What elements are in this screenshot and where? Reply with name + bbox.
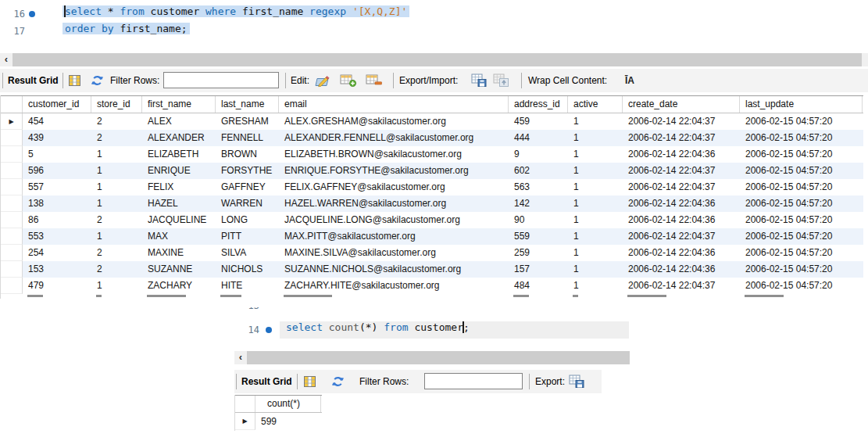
cell-lastname[interactable]: LONG	[216, 212, 279, 228]
row-selector[interactable]	[1, 130, 23, 146]
cell-addressid[interactable]: 563	[509, 179, 568, 195]
grid-view-icon[interactable]	[303, 375, 316, 389]
table-row[interactable]: ▶599	[235, 413, 322, 430]
export-recordset-icon[interactable]	[471, 74, 488, 88]
editor-line-16[interactable]: 16select * from customer where first_nam…	[0, 5, 868, 23]
cell-customerid[interactable]: 86	[23, 212, 91, 228]
row-selector[interactable]: ▶	[235, 413, 255, 430]
horizontal-scrollbar-top[interactable]: ‹	[0, 53, 868, 66]
scroll-left-arrow-icon[interactable]: ‹	[0, 53, 13, 66]
column-header-count[interactable]: count(*)	[255, 396, 321, 412]
cell-addressid[interactable]: 484	[509, 278, 568, 294]
cell-storeid[interactable]: 2	[91, 212, 142, 228]
cell-storeid[interactable]: 1	[91, 278, 142, 294]
cell-lastupdate[interactable]: 2006-02-15 04:57:20	[740, 228, 863, 245]
table-row[interactable]: 4791ZACHARYHITEZACHARY.HITE@sakilacustom…	[1, 278, 863, 294]
editor-line-14[interactable]: 14select count(*) from customer;	[234, 321, 634, 339]
table-row[interactable]: 5961ENRIQUEFORSYTHEENRIQUE.FORSYTHE@saki…	[1, 163, 863, 179]
row-selector[interactable]	[1, 179, 23, 195]
cell-email[interactable]: JACQUELINE.LONG@sakilacustomer.org	[279, 212, 509, 228]
cell-lastupdate[interactable]: 2006-02-15 04:57:20	[740, 163, 863, 179]
cell-lastname[interactable]: PITT	[216, 228, 279, 245]
cell-createdate[interactable]: 2006-02-14 22:04:36	[623, 146, 740, 163]
horizontal-scrollbar-bottom[interactable]: ‹	[234, 351, 630, 364]
cell-lastupdate[interactable]: 2006-02-15 04:57:20	[740, 179, 863, 195]
column-header-firstname[interactable]: first_name	[142, 96, 216, 113]
editor-line-15[interactable]: 15	[0, 0, 868, 5]
row-selector[interactable]	[1, 212, 23, 228]
cell-firstname[interactable]: ALEX	[142, 113, 216, 130]
cell-customerid[interactable]: 254	[23, 245, 91, 261]
cell-customerid[interactable]: 439	[23, 130, 91, 146]
scrollbar-thumb[interactable]	[13, 53, 862, 66]
import-records-icon[interactable]	[493, 74, 510, 88]
cell-lastupdate[interactable]: 2006-02-15 04:57:20	[740, 113, 863, 130]
cell-createdate[interactable]: 2006-02-14 22:04:37	[623, 113, 740, 130]
column-header-customerid[interactable]: customer_id	[23, 96, 91, 113]
cell-active[interactable]: 1	[568, 228, 623, 245]
cell-customerid[interactable]: 5	[23, 146, 91, 163]
row-selector[interactable]	[1, 261, 23, 278]
cell-lastupdate[interactable]: 2006-02-15 04:57:20	[740, 212, 863, 228]
row-selector[interactable]	[1, 195, 23, 212]
cell-email[interactable]: MAX.PITT@sakilacustomer.org	[279, 228, 509, 245]
editor-line-13[interactable]: 13	[234, 307, 634, 314]
cell-lastname[interactable]: FENNELL	[216, 130, 279, 146]
cell-addressid[interactable]: 259	[509, 245, 568, 261]
cell-customerid[interactable]: 153	[23, 261, 91, 278]
cell-lastupdate[interactable]: 2006-02-15 04:57:20	[740, 278, 863, 294]
refresh-icon[interactable]	[331, 375, 345, 389]
cell-createdate[interactable]: 2006-02-14 22:04:36	[623, 261, 740, 278]
edit-record-pencil-icon[interactable]	[314, 74, 331, 88]
cell-createdate[interactable]: 2006-02-14 22:04:36	[623, 195, 740, 212]
cell-lastupdate[interactable]: 2006-02-15 04:57:20	[740, 130, 863, 146]
cell-count[interactable]: 599	[255, 413, 321, 430]
cell-customerid[interactable]: 479	[23, 278, 91, 294]
cell-active[interactable]: 1	[568, 179, 623, 195]
filter-rows-input[interactable]	[163, 72, 279, 88]
column-header-lastname[interactable]: last_name	[216, 96, 279, 113]
cell-active[interactable]: 1	[568, 146, 623, 163]
cell-lastname[interactable]: GAFFNEY	[216, 179, 279, 195]
sql-editor-top[interactable]: 1516select * from customer where first_n…	[0, 0, 868, 41]
cell-email[interactable]: ALEXANDER.FENNELL@sakilacustomer.org	[279, 130, 509, 146]
cell-storeid[interactable]: 1	[91, 179, 142, 195]
row-selector[interactable]	[1, 245, 23, 261]
row-selector[interactable]	[1, 146, 23, 163]
cell-storeid[interactable]: 2	[91, 261, 142, 278]
column-header-storeid[interactable]: store_id	[91, 96, 142, 113]
cell-lastname[interactable]: BROWN	[216, 146, 279, 163]
cell-lastname[interactable]: NICHOLS	[216, 261, 279, 278]
cell-lastupdate[interactable]: 2006-02-15 04:57:20	[740, 195, 863, 212]
table-row[interactable]: ▶4542ALEXGRESHAMALEX.GRESHAM@sakilacusto…	[1, 113, 863, 130]
row-selector[interactable]	[1, 278, 23, 294]
export-recordset-icon[interactable]	[569, 375, 586, 389]
scrollbar-thumb[interactable]	[247, 351, 630, 364]
cell-lastname[interactable]: FORSYTHE	[216, 163, 279, 179]
cell-addressid[interactable]: 559	[509, 228, 568, 245]
cell-active[interactable]: 1	[568, 261, 623, 278]
column-header-active[interactable]: active	[568, 96, 623, 113]
cell-firstname[interactable]: ZACHARY	[142, 278, 216, 294]
cell-firstname[interactable]: FELIX	[142, 179, 216, 195]
row-selector[interactable]	[1, 163, 23, 179]
cell-active[interactable]: 1	[568, 278, 623, 294]
wrap-cell-content-icon[interactable]: ĪA	[625, 75, 634, 86]
refresh-icon[interactable]	[91, 74, 104, 88]
cell-firstname[interactable]: ENRIQUE	[142, 163, 216, 179]
cell-email[interactable]: HAZEL.WARREN@sakilacustomer.org	[279, 195, 509, 212]
cell-addressid[interactable]: 157	[509, 261, 568, 278]
cell-createdate[interactable]: 2006-02-14 22:04:37	[623, 130, 740, 146]
cell-storeid[interactable]: 1	[91, 228, 142, 245]
table-row[interactable]: 862JACQUELINELONGJACQUELINE.LONG@sakilac…	[1, 212, 863, 228]
cell-createdate[interactable]: 2006-02-14 22:04:36	[623, 212, 740, 228]
table-row[interactable]: 2542MAXINESILVAMAXINE.SILVA@sakilacustom…	[1, 245, 863, 261]
cell-active[interactable]: 1	[568, 163, 623, 179]
table-row[interactable]: 4392ALEXANDERFENNELLALEXANDER.FENNELL@sa…	[1, 130, 863, 146]
grid-view-icon[interactable]	[68, 74, 81, 88]
table-row[interactable]: 1381HAZELWARRENHAZEL.WARREN@sakilacustom…	[1, 195, 863, 212]
cell-customerid[interactable]: 454	[23, 113, 91, 130]
cell-customerid[interactable]: 553	[23, 228, 91, 245]
cell-email[interactable]: SUZANNE.NICHOLS@sakilacustomer.org	[279, 261, 509, 278]
column-header-email[interactable]: email	[279, 96, 509, 113]
